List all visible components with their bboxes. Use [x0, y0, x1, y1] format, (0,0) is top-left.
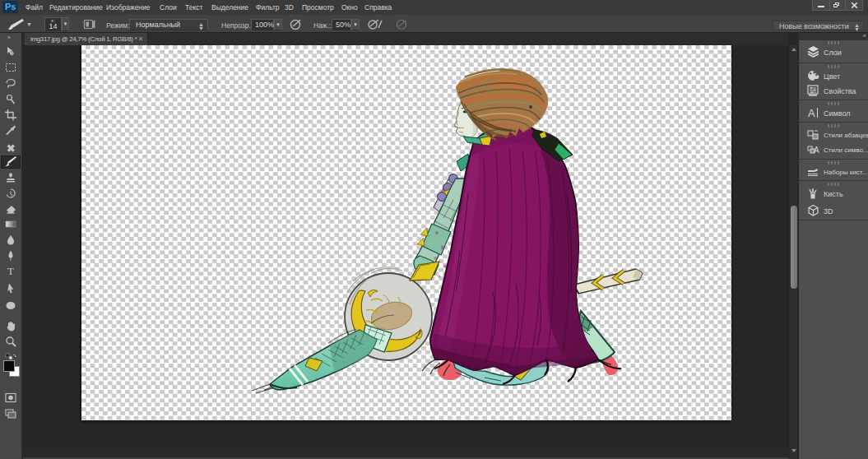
- svg-text:A: A: [808, 107, 815, 119]
- svg-text:T: T: [7, 265, 14, 277]
- svg-text:A: A: [814, 146, 819, 155]
